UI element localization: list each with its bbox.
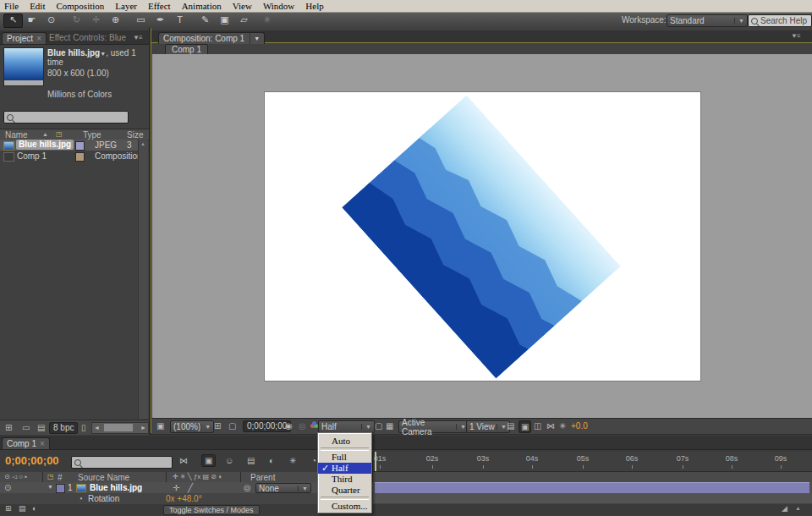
- brainstorm-icon[interactable]: ✳: [289, 456, 296, 465]
- footage-thumbnail[interactable]: [3, 47, 44, 86]
- layer-row[interactable]: ⊙ ▼ 1 Blue hills.jpg ✛ ╱ ◎ None▼: [0, 482, 812, 494]
- bpc-button[interactable]: 8 bpc: [49, 422, 78, 434]
- close-icon[interactable]: ×: [36, 34, 41, 43]
- interpret-footage-icon[interactable]: ⊞: [5, 423, 12, 432]
- menu-item-quarter[interactable]: Quarter: [318, 485, 371, 496]
- eraser-tool-icon[interactable]: ▱: [235, 14, 253, 26]
- project-search-input[interactable]: [3, 111, 129, 124]
- type-tool-icon[interactable]: T: [171, 14, 189, 26]
- parent-column[interactable]: Parent: [250, 473, 275, 482]
- menu-composition[interactable]: Composition: [52, 1, 108, 11]
- time-ruler[interactable]: 01s 02s 03s 04s 05s 06s 07s 08s 09s: [372, 452, 812, 472]
- panel-menu-icon[interactable]: ▼≡: [133, 34, 142, 41]
- mask-visibility-icon[interactable]: ▢: [228, 421, 236, 431]
- frame-blend-icon[interactable]: ▤: [247, 456, 255, 465]
- new-composition-icon[interactable]: ▤: [37, 423, 45, 432]
- layer-switch-anchor-icon[interactable]: ✛: [173, 483, 179, 492]
- menu-file[interactable]: File: [0, 1, 23, 11]
- channel-blue-icon[interactable]: [312, 421, 316, 425]
- scroll-up-icon[interactable]: ▲: [795, 505, 801, 511]
- camera-view-dropdown[interactable]: Active Camera▼: [398, 420, 469, 433]
- scroll-left-icon[interactable]: ◄: [94, 425, 100, 431]
- menu-item-full[interactable]: Full: [318, 452, 371, 463]
- grid-guides-icon[interactable]: ▤: [507, 421, 514, 431]
- menu-view[interactable]: View: [228, 1, 256, 11]
- composition-mini-flowchart-icon[interactable]: ⋈: [179, 456, 188, 465]
- expand-av-icon[interactable]: ⊞: [5, 504, 12, 513]
- scroll-right-icon[interactable]: ►: [140, 425, 146, 431]
- always-preview-icon[interactable]: ▣: [156, 421, 164, 431]
- mini-flowchart-icon[interactable]: ⋈: [546, 421, 555, 431]
- scroll-up-icon[interactable]: ▲: [140, 141, 145, 146]
- label-chip[interactable]: [75, 141, 85, 151]
- project-vscrollbar[interactable]: ▲: [138, 140, 148, 419]
- menu-item-custom[interactable]: Custom...: [318, 501, 371, 512]
- parent-dropdown[interactable]: None▼: [255, 483, 311, 493]
- exposure-icon[interactable]: ✳: [559, 421, 566, 431]
- pen-tool-icon[interactable]: ✒: [151, 14, 169, 26]
- resolution-dropdown[interactable]: Half▼: [318, 420, 375, 433]
- property-value[interactable]: 0x +48.0°: [166, 494, 202, 503]
- comp-image-blue-hills[interactable]: [342, 96, 620, 379]
- pan-behind-tool-icon[interactable]: ⊕: [107, 14, 124, 26]
- search-help-box[interactable]: Search Help: [748, 14, 812, 27]
- panel-menu-icon[interactable]: ▼≡: [791, 32, 800, 40]
- view-layout-dropdown[interactable]: 1 View▼: [466, 420, 510, 433]
- tab-composition[interactable]: Composition: Comp 1 ▼: [158, 32, 265, 44]
- new-folder-icon[interactable]: ▭: [22, 423, 30, 432]
- expand-keys-icon[interactable]: ▤: [19, 504, 26, 513]
- layer-label-chip[interactable]: [56, 484, 65, 493]
- timeline-zoom-mountain-icon[interactable]: ◢: [782, 504, 787, 513]
- show-snapshot-icon[interactable]: ◎: [299, 421, 306, 431]
- close-icon[interactable]: ×: [40, 439, 45, 448]
- trash-icon[interactable]: ▯: [81, 423, 86, 432]
- brush-tool-icon[interactable]: ✎: [196, 14, 214, 26]
- column-size[interactable]: Size: [127, 130, 143, 140]
- pixel-aspect-correction-icon[interactable]: ◫: [534, 421, 541, 431]
- snapshot-icon[interactable]: ◉: [285, 421, 293, 431]
- pickwhip-icon[interactable]: ◎: [244, 483, 251, 492]
- auto-keyframe-icon[interactable]: ◔: [311, 456, 316, 465]
- hand-tool-icon[interactable]: ☛: [23, 14, 41, 26]
- timeline-search-input[interactable]: [71, 456, 173, 469]
- tab-project[interactable]: Project×: [2, 32, 47, 44]
- menu-animation[interactable]: Animation: [178, 1, 226, 11]
- layer-name[interactable]: Blue hills.jpg: [90, 483, 142, 492]
- viewer-timecode[interactable]: 0;00;00;00: [243, 420, 291, 432]
- draft-3d-icon[interactable]: ▣: [201, 454, 216, 467]
- layer-switch-quality-icon[interactable]: ╱: [188, 483, 193, 492]
- column-type[interactable]: Type: [83, 130, 102, 140]
- magnification-dropdown[interactable]: (100%)▼: [170, 420, 214, 433]
- exposure-value[interactable]: +0.0: [571, 421, 588, 431]
- column-name[interactable]: Name: [5, 130, 28, 140]
- menu-edit[interactable]: Edit: [25, 1, 49, 11]
- current-time-display[interactable]: 0;00;00;00: [5, 454, 59, 467]
- clone-stamp-tool-icon[interactable]: ▣: [216, 14, 233, 26]
- motion-blur-icon[interactable]: ◐: [269, 456, 274, 465]
- region-of-interest-icon[interactable]: ▢: [375, 421, 382, 431]
- menu-layer[interactable]: Layer: [111, 1, 141, 11]
- mask-shape-tool-icon[interactable]: ▭: [132, 14, 150, 26]
- source-name-column[interactable]: Source Name: [78, 473, 129, 482]
- label-column-icon[interactable]: ◳: [56, 130, 63, 138]
- zoom-tool-icon[interactable]: ⊙: [42, 14, 60, 26]
- current-view-icon[interactable]: ▣: [518, 420, 531, 433]
- menu-effect[interactable]: Effect: [144, 1, 175, 11]
- expand-graph-icon[interactable]: ◐: [32, 504, 36, 513]
- selection-tool-icon[interactable]: ↖: [3, 14, 23, 28]
- chevron-down-icon[interactable]: ▼: [250, 33, 260, 44]
- layer-duration-bar[interactable]: [375, 482, 809, 494]
- menu-window[interactable]: Window: [259, 1, 299, 11]
- table-row-blue-hills[interactable]: Blue hills.jpg JPEG 3: [0, 140, 138, 151]
- menu-item-auto[interactable]: Auto: [318, 436, 371, 447]
- workspace-dropdown[interactable]: Standard ▼: [667, 14, 748, 27]
- comp-viewer[interactable]: [152, 54, 812, 418]
- scroll-thumb[interactable]: [104, 424, 133, 431]
- rotation-tool-icon[interactable]: ↻: [68, 14, 85, 26]
- table-row-comp1[interactable]: Comp 1 Composition: [0, 151, 138, 162]
- transparency-grid-icon[interactable]: ▦: [386, 421, 393, 431]
- menu-help[interactable]: Help: [301, 1, 327, 11]
- label-chip[interactable]: [75, 152, 85, 162]
- expander-icon[interactable]: ▼: [47, 484, 53, 490]
- project-hscrollbar[interactable]: ◄ ►: [91, 422, 149, 434]
